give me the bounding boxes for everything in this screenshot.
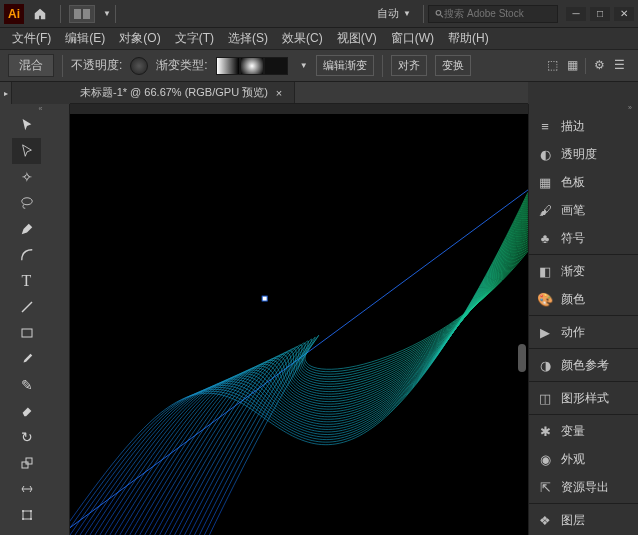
panel-menu-icon[interactable]: ☰ [612, 58, 626, 72]
menu-help[interactable]: 帮助(H) [442, 28, 495, 49]
svg-line-5 [22, 302, 32, 312]
panel-transparency[interactable]: ◐透明度 [529, 140, 638, 168]
svg-rect-9 [23, 511, 31, 519]
curvature-tool[interactable] [12, 242, 41, 268]
panel-stroke[interactable]: ≡描边 [529, 112, 638, 140]
vertical-scrollbar-thumb[interactable] [518, 344, 526, 372]
menu-effect[interactable]: 效果(C) [276, 28, 329, 49]
brushes-icon: 🖌 [537, 202, 553, 218]
svg-point-13 [30, 518, 32, 520]
opacity-label: 不透明度: [71, 57, 122, 74]
menu-object[interactable]: 对象(O) [113, 28, 166, 49]
appearance-icon: ◉ [537, 451, 553, 467]
svg-rect-36 [262, 296, 267, 301]
toolbox: « ✧ T ✎ ↻ ✋ [12, 104, 70, 535]
isolate-icon[interactable]: ⬚ [545, 58, 559, 72]
panel-variables[interactable]: ✱变量 [529, 417, 638, 445]
eraser-tool[interactable] [12, 398, 41, 424]
collapsed-panel-strip[interactable] [0, 104, 12, 535]
current-tool-label[interactable]: 混合 [8, 54, 54, 77]
layers-icon: ❖ [537, 512, 553, 528]
menu-file[interactable]: 文件(F) [6, 28, 57, 49]
free-transform-tool[interactable] [12, 502, 41, 528]
selection-tool[interactable] [12, 112, 41, 138]
preferences-icon[interactable]: ⚙ [592, 58, 606, 72]
shape-builder-tool[interactable] [12, 528, 41, 535]
panel-graphic-styles[interactable]: ◫图形样式 [529, 384, 638, 412]
gradient-none-swatch[interactable] [264, 57, 288, 75]
actions-icon: ▶ [537, 324, 553, 340]
panel-expand-handle[interactable]: ▸ [0, 82, 12, 104]
gradient-icon: ◧ [537, 263, 553, 279]
menu-window[interactable]: 窗口(W) [385, 28, 440, 49]
rectangle-tool[interactable] [12, 320, 41, 346]
right-panel-dock: » ≡描边 ◐透明度 ▦色板 🖌画笔 ♣符号 ◧渐变 🎨颜色 ▶动作 ◑颜色参考… [528, 104, 638, 535]
gradient-linear-swatch[interactable] [216, 57, 240, 75]
menu-type[interactable]: 文字(T) [169, 28, 220, 49]
menu-select[interactable]: 选择(S) [222, 28, 274, 49]
graphic-styles-icon: ◫ [537, 390, 553, 406]
pencil-tool[interactable]: ✎ [12, 372, 41, 398]
edit-gradient-button[interactable]: 编辑渐变 [316, 55, 374, 76]
search-box[interactable] [428, 5, 558, 23]
dock-expand-handle[interactable]: » [529, 104, 638, 112]
document-title: 未标题-1* @ 66.67% (RGB/GPU 预览) [80, 85, 268, 100]
auto-label: 自动 [377, 6, 399, 21]
workspace-switcher[interactable] [69, 5, 95, 23]
minimize-button[interactable]: ─ [566, 7, 586, 21]
artboard[interactable] [70, 114, 528, 535]
arrange-documents-dropdown[interactable]: 自动 ▼ [377, 6, 411, 21]
chevron-down-icon: ▼ [403, 9, 411, 18]
line-tool[interactable] [12, 294, 41, 320]
panel-layers[interactable]: ❖图层 [529, 506, 638, 534]
close-button[interactable]: ✕ [614, 7, 634, 21]
pen-tool[interactable] [12, 216, 41, 242]
toolbox-handle[interactable]: « [12, 104, 69, 112]
app-logo: Ai [4, 4, 24, 24]
color-icon: 🎨 [537, 291, 553, 307]
magic-wand-tool[interactable]: ✧ [12, 164, 41, 190]
svg-rect-7 [22, 462, 28, 468]
menu-edit[interactable]: 编辑(E) [59, 28, 111, 49]
panel-appearance[interactable]: ◉外观 [529, 445, 638, 473]
chevron-down-icon[interactable]: ▼ [103, 9, 111, 18]
gradient-radial-swatch[interactable] [240, 57, 264, 75]
panel-asset-export[interactable]: ⇱资源导出 [529, 473, 638, 501]
document-tab[interactable]: 未标题-1* @ 66.67% (RGB/GPU 预览) × [70, 82, 295, 103]
opacity-knockout-icon[interactable] [130, 57, 148, 75]
chevron-down-icon[interactable]: ▼ [300, 61, 308, 70]
canvas-area[interactable] [70, 104, 528, 535]
panel-brushes[interactable]: 🖌画笔 [529, 196, 638, 224]
panel-color[interactable]: 🎨颜色 [529, 285, 638, 313]
panel-swatches[interactable]: ▦色板 [529, 168, 638, 196]
width-tool[interactable] [12, 476, 41, 502]
transform-button[interactable]: 变换 [435, 55, 471, 76]
menu-view[interactable]: 视图(V) [331, 28, 383, 49]
menu-bar: 文件(F) 编辑(E) 对象(O) 文字(T) 选择(S) 效果(C) 视图(V… [0, 28, 638, 50]
maximize-button[interactable]: □ [590, 7, 610, 21]
paintbrush-tool[interactable] [12, 346, 41, 372]
search-icon [435, 9, 444, 19]
panel-gradient[interactable]: ◧渐变 [529, 257, 638, 285]
gradient-preview[interactable] [216, 57, 288, 75]
lasso-tool[interactable] [12, 190, 41, 216]
direct-selection-tool[interactable] [12, 138, 41, 164]
gradient-type-label: 渐变类型: [156, 57, 207, 74]
panel-actions[interactable]: ▶动作 [529, 318, 638, 346]
align-icon[interactable]: ▦ [565, 58, 579, 72]
svg-rect-6 [22, 329, 32, 337]
search-input[interactable] [444, 8, 551, 19]
panel-color-guide[interactable]: ◑颜色参考 [529, 351, 638, 379]
scale-tool[interactable] [12, 450, 41, 476]
svg-line-3 [441, 15, 443, 17]
align-button[interactable]: 对齐 [391, 55, 427, 76]
transparency-icon: ◐ [537, 146, 553, 162]
home-icon[interactable] [30, 4, 50, 24]
divider [423, 5, 424, 23]
svg-rect-8 [26, 458, 32, 464]
close-tab-icon[interactable]: × [274, 87, 284, 99]
panel-symbols[interactable]: ♣符号 [529, 224, 638, 252]
rotate-tool[interactable]: ↻ [12, 424, 41, 450]
svg-point-12 [22, 518, 24, 520]
type-tool[interactable]: T [12, 268, 41, 294]
